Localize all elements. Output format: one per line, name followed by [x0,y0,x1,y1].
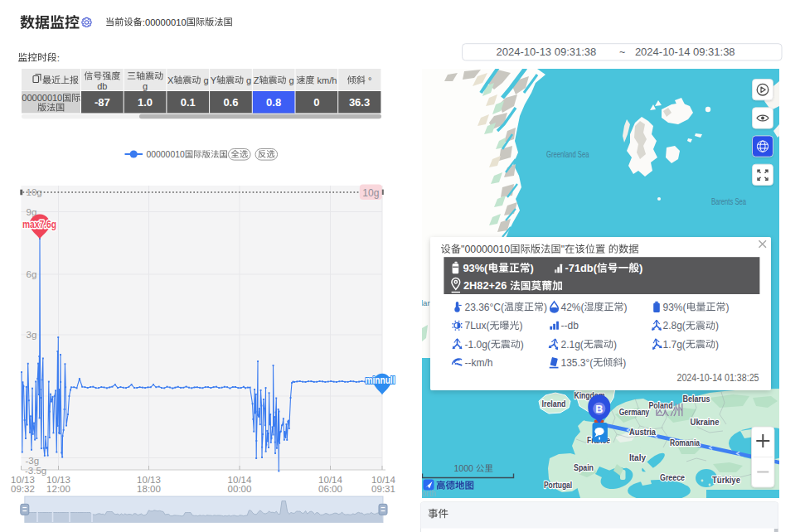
svg-text:-87: -87 [95,96,110,109]
svg-text:Spain: Spain [574,462,594,472]
svg-text:X: X [167,75,174,85]
svg-text:0: 0 [313,96,319,109]
svg-text:2.1g(: 2.1g( [561,339,584,351]
svg-text::00000010: :00000010 [143,17,187,27]
svg-text:1.7g(: 1.7g( [663,339,686,351]
svg-text:2024-10-14 09:31:38: 2024-10-14 09:31:38 [635,46,735,58]
svg-text:93%(: 93%( [663,302,686,313]
svg-text:Z: Z [254,75,259,85]
svg-text:Austria: Austria [629,427,656,437]
svg-text:1000: 1000 [454,463,474,473]
svg-text:": " [561,244,565,255]
svg-text:2H82+26: 2H82+26 [463,279,507,292]
svg-text:Y: Y [211,75,217,85]
svg-text:23.36°C(: 23.36°C( [465,302,505,313]
svg-text:lar: lar [421,298,430,307]
svg-text:Türkiye: Türkiye [712,475,740,485]
svg-text:km/h: km/h [318,75,337,85]
svg-text:-71db(: -71db( [565,262,598,274]
svg-text:g: g [246,75,251,85]
svg-text:Ukraine: Ukraine [691,417,720,427]
svg-text:-3g: -3g [26,456,40,466]
svg-text:): ) [624,302,628,313]
svg-text:09:31: 09:31 [371,484,395,494]
svg-text:Germany: Germany [619,407,650,417]
svg-text:2024-10-14 01:38:25: 2024-10-14 01:38:25 [677,372,759,384]
svg-text:Barents Sea: Barents Sea [711,197,746,206]
svg-text:1.0: 1.0 [138,96,153,109]
svg-text:g: g [203,75,208,85]
svg-text:db: db [97,81,107,91]
svg-text:00:00: 00:00 [228,484,252,494]
svg-text:42%(: 42%( [561,302,584,313]
svg-text:g: g [289,75,294,85]
svg-text:--km/h: --km/h [465,357,493,369]
svg-text:): ) [623,357,626,369]
svg-text:Greece: Greece [660,472,685,482]
svg-text:12:00: 12:00 [46,484,70,494]
svg-text:"00000010: "00000010 [461,244,510,255]
svg-text:): ) [544,302,547,313]
svg-text:): ) [715,339,719,351]
svg-text:09:32: 09:32 [11,484,35,494]
svg-text:10g: 10g [362,187,379,199]
svg-text:): ) [639,262,642,274]
svg-text::: : [57,52,60,64]
svg-text:06:00: 06:00 [318,484,342,494]
svg-text:93%(: 93%( [463,262,489,274]
svg-text:~: ~ [619,46,625,58]
svg-text:): ) [521,339,524,351]
svg-text:g: g [143,81,148,91]
svg-text:7Lux(: 7Lux( [465,320,490,331]
svg-text:0.1: 0.1 [181,96,196,109]
svg-text:2.8g(: 2.8g( [663,320,686,331]
svg-text:135.3°(: 135.3°( [561,357,594,369]
svg-text:00000010: 00000010 [147,150,185,159]
svg-text:36.3: 36.3 [349,96,370,109]
svg-text:): ) [531,262,534,274]
svg-text:Greenland Sea: Greenland Sea [546,150,589,159]
svg-text:2024-10-13 09:31:38: 2024-10-13 09:31:38 [497,46,597,58]
svg-text:Belarus: Belarus [683,394,710,404]
svg-text:max7.6g: max7.6g [22,219,56,230]
svg-text:Poland: Poland [649,400,673,410]
svg-text:Italy: Italy [629,452,646,462]
svg-text:--db: --db [561,320,579,331]
svg-text:00000010: 00000010 [22,93,62,103]
svg-text:°: ° [368,75,371,85]
svg-text:Romania: Romania [670,438,700,447]
svg-text:Ireland: Ireland [542,399,566,409]
svg-text:minnull: minnull [366,375,395,386]
svg-text:0.8: 0.8 [266,96,281,109]
svg-text:orth: orth [422,489,436,498]
svg-text:): ) [520,320,523,331]
svg-text:-1.0g(: -1.0g( [465,339,491,351]
svg-text:Portugal: Portugal [544,480,572,490]
svg-text:): ) [613,339,617,351]
svg-text:B: B [595,404,603,415]
svg-text:): ) [715,320,719,331]
svg-text:3g: 3g [27,330,37,340]
svg-text:0.6: 0.6 [223,96,238,109]
svg-text:6g: 6g [27,269,37,279]
svg-text:): ) [726,302,730,313]
svg-text:18:00: 18:00 [137,484,161,494]
